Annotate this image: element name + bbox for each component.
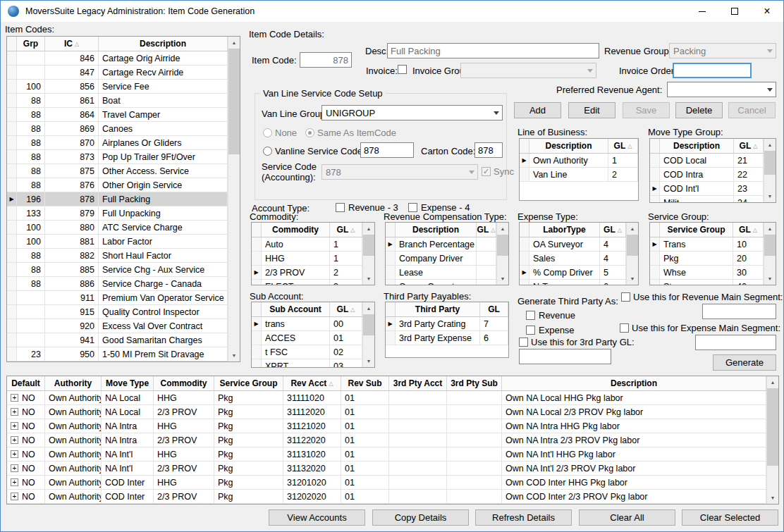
column-header[interactable]: GL△ bbox=[608, 139, 638, 153]
edit-button[interactable]: Edit bbox=[568, 102, 615, 118]
vanline-service-code-radio[interactable] bbox=[263, 147, 272, 156]
grid-row[interactable]: Lease bbox=[386, 266, 508, 280]
grid-row[interactable]: +NOOwn AuthorityNA IntraHHGPkg3112102001… bbox=[7, 419, 778, 433]
grid-row[interactable]: 88885Service Chg - Aux Service bbox=[7, 263, 240, 277]
scroll-up-button[interactable]: ▲ bbox=[764, 139, 776, 151]
grid-row[interactable]: 88861Boat bbox=[7, 94, 240, 108]
use-3rd-party-gl-checkbox[interactable] bbox=[519, 338, 528, 347]
use-expense-main-segment-checkbox[interactable] bbox=[620, 323, 629, 333]
column-header[interactable]: Commodity bbox=[154, 376, 214, 390]
column-header[interactable]: Rev Sub bbox=[341, 376, 389, 390]
scroll-down-button[interactable]: ▼ bbox=[363, 273, 374, 285]
column-header[interactable]: Description bbox=[660, 139, 734, 153]
grid-row[interactable]: 941Good Samaritan Charges bbox=[7, 333, 240, 347]
grid-row[interactable]: 239501-50 MI Prem Sit Dravage bbox=[7, 347, 240, 361]
service-code-accounting-select[interactable]: 878 bbox=[321, 164, 478, 180]
grid-row[interactable]: +NOOwn AuthorityCOD Inter2/3 PROVPkg3120… bbox=[7, 490, 778, 504]
grid-row[interactable]: t FSC02 bbox=[252, 345, 374, 359]
invoice-order-input[interactable] bbox=[673, 63, 752, 78]
column-header[interactable]: Authority bbox=[45, 376, 102, 390]
add-button[interactable]: Add bbox=[514, 102, 561, 118]
grid-row[interactable]: 915Quality Control Inspector bbox=[7, 305, 240, 319]
grid-row[interactable]: ▶Trans10 bbox=[650, 237, 776, 252]
generate-revenue-checkbox[interactable] bbox=[526, 311, 535, 320]
grid-row[interactable]: 100881Labor Factor bbox=[7, 235, 240, 249]
vertical-scrollbar[interactable]: ▲▼ bbox=[626, 223, 638, 285]
column-header[interactable]: Third Party bbox=[396, 302, 480, 316]
grid-row[interactable]: ACCES01 bbox=[252, 331, 374, 345]
grid-row[interactable]: 88882Short Haul Factor bbox=[7, 249, 240, 263]
refresh-details-button[interactable]: Refresh Details bbox=[475, 509, 572, 526]
scroll-up-button[interactable]: ▲ bbox=[363, 223, 374, 235]
scrollbar-track[interactable] bbox=[764, 235, 776, 273]
grid-row[interactable]: 846Cartage Orig Airride bbox=[7, 51, 240, 66]
generate-button[interactable]: Generate bbox=[713, 354, 776, 371]
scrollbar-thumb[interactable] bbox=[228, 49, 240, 154]
delete-button[interactable]: Delete bbox=[675, 102, 723, 118]
revenue-3-checkbox[interactable] bbox=[336, 203, 345, 212]
scroll-down-button[interactable]: ▼ bbox=[228, 349, 240, 361]
clear-all-button[interactable]: Clear All bbox=[579, 509, 675, 526]
scroll-down-button[interactable]: ▼ bbox=[767, 492, 778, 504]
vertical-scrollbar[interactable]: ▲▼ bbox=[362, 302, 374, 367]
column-header[interactable]: GL△ bbox=[330, 302, 362, 316]
column-header[interactable]: GL△ bbox=[477, 223, 496, 237]
grid-row[interactable]: OA Surveyor4 bbox=[520, 237, 638, 252]
minimize-button[interactable] bbox=[686, 1, 718, 22]
carton-code-input[interactable]: 878 bbox=[474, 142, 503, 158]
scrollbar-track[interactable] bbox=[767, 388, 778, 492]
grid-row[interactable]: +NOOwn AuthorityNA Local2/3 PROVPkg31112… bbox=[7, 405, 778, 419]
grid-row[interactable]: Sales4 bbox=[520, 252, 638, 266]
grid-row[interactable]: COD Local21 bbox=[650, 154, 776, 168]
grid-row[interactable]: 88876Other Origin Service bbox=[7, 178, 240, 192]
invoice-group-select[interactable] bbox=[460, 63, 596, 78]
grid-row[interactable]: 3rd Party Expense6 bbox=[386, 331, 508, 345]
grid-row[interactable]: +NOOwn AuthorityCOD InterHHGPkg312010200… bbox=[7, 476, 778, 490]
column-header[interactable]: Description bbox=[529, 139, 608, 153]
vertical-scrollbar[interactable]: ▲▼ bbox=[496, 223, 508, 285]
scrollbar-thumb[interactable] bbox=[363, 314, 374, 335]
scrollbar-thumb[interactable] bbox=[764, 151, 776, 175]
scrollbar-track[interactable] bbox=[363, 235, 374, 273]
copy-details-button[interactable]: Copy Details bbox=[372, 509, 469, 526]
grid-row[interactable]: 911Premium Van Operator Service bbox=[7, 291, 240, 305]
maximize-button[interactable] bbox=[718, 1, 751, 22]
expand-row-icon[interactable]: + bbox=[11, 436, 18, 444]
grid-row[interactable]: +NOOwn AuthorityNA Int'l2/3 PROVPkg31132… bbox=[7, 462, 778, 476]
column-header[interactable]: Service Group bbox=[214, 376, 283, 390]
scrollbar-track[interactable] bbox=[363, 314, 374, 355]
grid-row[interactable]: +NOOwn AuthorityNA Intra2/3 PROVPkg31122… bbox=[7, 433, 778, 447]
grid-row[interactable]: Whse30 bbox=[650, 266, 776, 280]
grid-row[interactable]: ▶trans00 bbox=[252, 317, 374, 331]
column-header[interactable]: Service Group bbox=[660, 223, 733, 237]
scrollbar-track[interactable] bbox=[228, 49, 240, 349]
column-header[interactable]: Description bbox=[396, 223, 477, 237]
vertical-scrollbar[interactable]: ▲▼ bbox=[228, 37, 240, 361]
move-type-group-grid[interactable]: DescriptionGL△COD Local21COD Intra22▶COD… bbox=[649, 138, 776, 203]
column-header[interactable]: Move Type bbox=[102, 376, 154, 390]
revenue-main-segment-input[interactable] bbox=[702, 304, 776, 319]
save-button[interactable]: Save bbox=[623, 102, 670, 118]
column-header[interactable]: Rev Acct△ bbox=[283, 376, 341, 390]
grid-row[interactable]: ▶196878Full Packing bbox=[7, 192, 240, 206]
none-radio[interactable] bbox=[263, 128, 272, 137]
column-header[interactable]: GL bbox=[480, 302, 508, 316]
grid-row[interactable]: ▶% Comp Driver5 bbox=[520, 266, 638, 280]
scrollbar-track[interactable] bbox=[497, 235, 508, 273]
scroll-up-button[interactable]: ▲ bbox=[497, 223, 508, 235]
vertical-scrollbar[interactable]: ▲▼ bbox=[766, 376, 778, 504]
grid-row[interactable]: 920Excess Val Over Contract bbox=[7, 319, 240, 333]
close-button[interactable]: × bbox=[751, 1, 783, 22]
third-party-grid[interactable]: Third PartyGL▶3rd Party Crating73rd Part… bbox=[385, 302, 509, 358]
grid-row[interactable]: 100856Service Fee bbox=[7, 80, 240, 94]
grid-row[interactable]: +NOOwn AuthorityNA LocalHHGPkg3111102001… bbox=[7, 391, 778, 405]
column-header[interactable]: GL△ bbox=[733, 223, 764, 237]
vanline-service-code-input[interactable]: 878 bbox=[360, 142, 414, 158]
column-header[interactable]: LaborType bbox=[529, 223, 600, 237]
grid-row[interactable]: Owner Operator bbox=[386, 280, 508, 285]
revenue-group-select[interactable]: Packing bbox=[669, 43, 776, 58]
column-header[interactable]: Commodity bbox=[262, 223, 330, 237]
grid-row[interactable]: ▶2/3 PROV2 bbox=[252, 266, 374, 280]
vertical-scrollbar[interactable]: ▲▼ bbox=[362, 223, 374, 285]
expand-row-icon[interactable]: + bbox=[11, 408, 18, 416]
